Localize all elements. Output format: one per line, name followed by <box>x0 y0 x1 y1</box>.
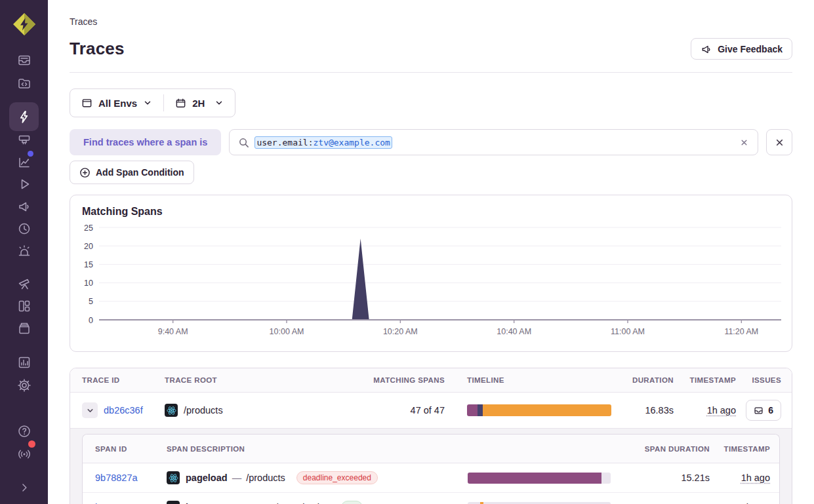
sidebar-item-settings[interactable] <box>0 374 48 397</box>
sidebar-item-alerts[interactable] <box>0 240 48 262</box>
traces-table-header: TRACE ID TRACE ROOT MATCHING SPANS TIMEL… <box>70 368 792 393</box>
react-platform-icon <box>165 404 178 417</box>
sidebar-item-projects[interactable] <box>0 128 48 151</box>
sidebar-item-traces[interactable] <box>9 102 39 131</box>
environment-filter[interactable]: All Envs <box>70 89 163 117</box>
svg-text:25: 25 <box>84 223 93 233</box>
siren-icon <box>17 244 31 258</box>
separator: — <box>228 473 247 483</box>
sidebar-item-discover[interactable] <box>0 273 48 295</box>
svg-text:20: 20 <box>84 242 93 251</box>
sidebar-item-insights[interactable] <box>0 151 48 174</box>
status-badge: deadline_exceeded <box>296 471 378 484</box>
svg-text:9:40 AM: 9:40 AM <box>158 327 188 336</box>
sidebar-item-replays[interactable] <box>0 173 48 195</box>
gear-icon <box>17 378 31 393</box>
sidebar-item-feedback[interactable] <box>0 195 48 218</box>
code-folder-icon <box>17 76 31 90</box>
chevron-down-icon <box>86 406 94 415</box>
breadcrumb[interactable]: Traces <box>70 16 792 27</box>
broadcast-icon <box>17 446 31 461</box>
archive-box-icon <box>17 321 31 336</box>
svg-text:15: 15 <box>84 260 93 269</box>
sidebar-item-history[interactable] <box>0 218 48 240</box>
issues-count: 6 <box>768 405 773 416</box>
col-issues: ISSUES <box>752 376 781 384</box>
col-timestamp: TIMESTAMP <box>690 376 736 384</box>
col-span-id: SPAN ID <box>95 445 167 453</box>
close-x-icon <box>774 137 785 148</box>
page-title: Traces <box>70 39 125 59</box>
span-timeline-bar <box>468 502 611 504</box>
history-clock-icon <box>17 222 31 236</box>
query-key: user.email: <box>256 138 313 147</box>
col-span-description: SPAN DESCRIPTION <box>167 445 468 453</box>
calendar-icon <box>175 98 186 109</box>
svg-text:5: 5 <box>89 297 93 306</box>
sidebar-item-stats[interactable] <box>0 351 48 374</box>
time-range-filter[interactable]: 2H <box>164 89 235 117</box>
expanded-trace-section: SPAN ID SPAN DESCRIPTION SPAN DURATION T… <box>70 428 792 504</box>
logo-icon <box>10 10 38 38</box>
span-timeline-bar <box>468 473 611 484</box>
span-description: /products <box>246 473 285 483</box>
collapse-row-button[interactable] <box>82 402 98 418</box>
insights-chart-icon <box>17 155 31 170</box>
add-span-condition-label: Add Span Condition <box>96 167 184 178</box>
remove-condition-button[interactable] <box>766 129 792 155</box>
trace-timeline-bar <box>467 404 611 416</box>
spans-table-header: SPAN ID SPAN DESCRIPTION SPAN DURATION T… <box>83 435 779 463</box>
span-timestamp[interactable]: 1h ago <box>741 473 770 483</box>
help-icon <box>17 424 31 438</box>
col-timeline: TIMELINE <box>445 376 614 384</box>
sidebar-item-explore[interactable] <box>0 72 48 94</box>
projector-icon <box>17 132 31 147</box>
trace-id-link[interactable]: db26c36f <box>104 405 143 416</box>
sidebar-item-issues[interactable] <box>0 49 48 71</box>
chevron-right-icon <box>18 482 30 494</box>
clear-search-button[interactable] <box>739 138 749 147</box>
sidebar-item-help[interactable] <box>0 420 48 442</box>
trace-duration: 16.83s <box>645 405 674 416</box>
sidebar-collapse-toggle[interactable] <box>0 476 48 499</box>
col-trace-id: TRACE ID <box>82 376 165 384</box>
traces-table: TRACE ID TRACE ROOT MATCHING SPANS TIMEL… <box>70 368 792 504</box>
svg-text:0: 0 <box>89 316 93 325</box>
span-id-link[interactable]: 9b78827a <box>95 473 167 483</box>
chart-title: Matching Spans <box>82 206 780 218</box>
trace-timestamp[interactable]: 1h ago <box>707 405 736 416</box>
col-duration: DURATION <box>632 376 674 384</box>
sidebar-item-whats-new[interactable] <box>0 442 48 465</box>
chevron-down-icon <box>143 98 152 107</box>
search-icon <box>238 137 249 148</box>
svg-text:10: 10 <box>84 279 93 288</box>
col-trace-root: TRACE ROOT <box>165 376 353 384</box>
svg-text:10:40 AM: 10:40 AM <box>497 327 531 336</box>
telescope-icon <box>17 277 31 291</box>
col-span-timestamp: TIMESTAMP <box>724 445 770 453</box>
notification-dot-red <box>28 440 35 448</box>
span-condition-label: Find traces where a span is <box>70 129 221 155</box>
inbox-icon <box>754 406 763 416</box>
svg-text:11:00 AM: 11:00 AM <box>611 327 645 336</box>
megaphone-icon <box>701 43 712 55</box>
lightning-icon <box>16 109 31 125</box>
spans-table: SPAN ID SPAN DESCRIPTION SPAN DURATION T… <box>82 434 780 504</box>
matching-spans-count: 47 of 47 <box>411 405 445 416</box>
environment-filter-label: All Envs <box>98 98 137 109</box>
megaphone-icon <box>17 199 31 214</box>
time-range-filter-label: 2H <box>192 98 205 109</box>
span-search-input[interactable]: user.email:ztv@example.com <box>229 129 758 155</box>
inbox-icon <box>17 53 31 68</box>
sidebar-item-archive[interactable] <box>0 317 48 339</box>
add-span-condition-button[interactable]: Add Span Condition <box>70 161 194 184</box>
trace-issues-button[interactable]: 6 <box>746 400 781 421</box>
col-matching-spans: MATCHING SPANS <box>373 376 445 384</box>
trace-row: db26c36f /products 47 of 47 16 <box>70 393 792 428</box>
go-platform-icon: GO <box>167 501 180 504</box>
search-query-token[interactable]: user.email:ztv@example.com <box>254 136 392 149</box>
give-feedback-button[interactable]: Give Feedback <box>691 38 792 60</box>
react-platform-icon <box>167 471 180 484</box>
sidebar-item-dashboards[interactable] <box>0 295 48 317</box>
sentry-logo[interactable] <box>10 10 38 38</box>
